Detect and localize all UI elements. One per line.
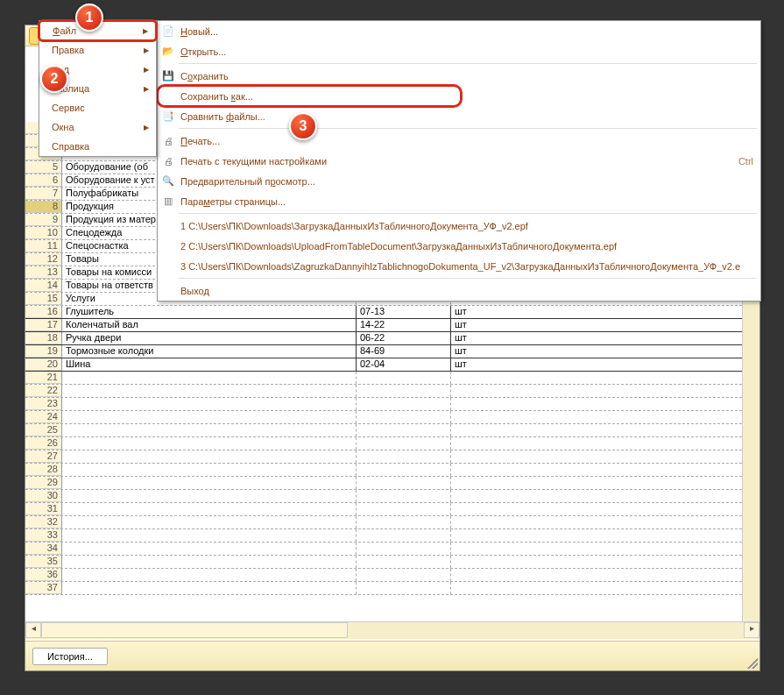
cell[interactable] <box>357 385 451 397</box>
cell[interactable] <box>451 503 742 515</box>
cell[interactable]: шт <box>451 345 742 358</box>
table-row[interactable]: 34 <box>25 543 742 556</box>
cell[interactable] <box>357 411 451 423</box>
table-row[interactable]: 29 <box>25 477 742 490</box>
row-header[interactable]: 8 <box>25 201 62 213</box>
cell[interactable] <box>451 477 742 489</box>
cell[interactable]: 14-22 <box>357 319 451 331</box>
table-row[interactable]: 24 <box>25 411 742 424</box>
table-row[interactable]: 36 <box>25 569 742 582</box>
cell[interactable] <box>451 556 742 568</box>
cell[interactable] <box>357 464 451 476</box>
row-header[interactable]: 17 <box>25 319 62 331</box>
row-header[interactable]: 28 <box>25 464 62 476</box>
table-row[interactable]: 33 <box>25 529 742 543</box>
submenu-recent-3[interactable]: 3 C:\Users\ПК\Downloads\ZagruzkaDannyihI… <box>158 256 760 276</box>
cell[interactable] <box>451 398 742 410</box>
cell[interactable] <box>451 516 742 528</box>
submenu-save[interactable]: 💾Сохранить <box>158 66 760 86</box>
row-header[interactable]: 20 <box>25 358 62 371</box>
scroll-left-button[interactable]: ◂ <box>25 622 41 638</box>
cell[interactable]: 06-22 <box>357 332 451 344</box>
cell[interactable] <box>451 450 742 463</box>
row-header[interactable]: 29 <box>25 477 62 489</box>
submenu-print[interactable]: 🖨Печать... <box>158 131 760 151</box>
table-row[interactable]: 17Коленчатый вал14-22шт <box>25 319 742 332</box>
cell[interactable] <box>451 372 742 384</box>
table-row[interactable]: 30 <box>25 490 742 503</box>
scroll-thumb[interactable] <box>41 622 348 638</box>
table-row[interactable]: 21 <box>25 372 742 385</box>
cell[interactable] <box>357 543 451 555</box>
cell[interactable] <box>451 569 742 581</box>
row-header[interactable]: 16 <box>25 306 62 318</box>
cell[interactable]: Шина <box>62 358 357 371</box>
row-header[interactable]: 27 <box>25 450 62 463</box>
cell[interactable] <box>62 516 357 528</box>
cell[interactable]: шт <box>451 306 742 318</box>
cell[interactable] <box>62 464 357 476</box>
cell[interactable] <box>62 424 357 436</box>
cell[interactable] <box>451 411 742 423</box>
submenu-page-setup[interactable]: ▥Параметры страницы... <box>158 191 760 211</box>
cell[interactable] <box>62 398 357 410</box>
row-header[interactable]: 13 <box>25 266 62 279</box>
table-row[interactable]: 26 <box>25 437 742 450</box>
submenu-preview[interactable]: 🔍Предварительный просмотр... <box>158 171 760 191</box>
table-row[interactable]: 19Тормозные колодки84-69шт <box>25 345 742 358</box>
row-header[interactable]: 34 <box>25 543 62 555</box>
row-header[interactable]: 7 <box>25 188 62 200</box>
table-row[interactable]: 20Шина02-04шт <box>25 358 742 372</box>
cell[interactable]: шт <box>451 358 742 371</box>
cell[interactable]: Коленчатый вал <box>62 319 357 331</box>
cell[interactable] <box>62 529 357 542</box>
table-row[interactable]: 18Ручка двери06-22шт <box>25 332 742 345</box>
cell[interactable] <box>451 529 742 542</box>
cell[interactable] <box>62 582 357 594</box>
row-header[interactable]: 18 <box>25 332 62 344</box>
row-header[interactable]: 36 <box>25 569 62 581</box>
cell[interactable] <box>357 569 451 581</box>
cell[interactable] <box>62 569 357 581</box>
row-header[interactable]: 31 <box>25 503 62 515</box>
cell[interactable] <box>62 543 357 555</box>
row-header[interactable]: 32 <box>25 516 62 528</box>
cell[interactable]: 02-04 <box>357 358 451 371</box>
table-row[interactable]: 22 <box>25 385 742 398</box>
cell[interactable] <box>357 398 451 410</box>
cell[interactable] <box>62 503 357 515</box>
cell[interactable] <box>62 372 357 384</box>
row-header[interactable]: 6 <box>25 174 62 187</box>
table-row[interactable]: 31 <box>25 503 742 516</box>
submenu-print-current[interactable]: 🖨Печать с текущими настройкамиCtrl <box>158 151 760 171</box>
cell[interactable] <box>62 477 357 489</box>
cell[interactable] <box>357 477 451 489</box>
cell[interactable] <box>357 529 451 542</box>
row-header[interactable]: 25 <box>25 424 62 436</box>
row-header[interactable]: 24 <box>25 411 62 423</box>
cell[interactable] <box>357 450 451 463</box>
cell[interactable] <box>451 543 742 555</box>
horizontal-scrollbar[interactable]: ◂ ▸ <box>25 621 759 639</box>
table-row[interactable]: 23 <box>25 398 742 411</box>
cell[interactable]: Ручка двери <box>62 332 357 344</box>
cell[interactable] <box>451 437 742 450</box>
submenu-compare[interactable]: 📑Сравнить файлы... <box>158 106 760 126</box>
submenu-recent-2[interactable]: 2 C:\Users\ПК\Downloads\UploadFromTableD… <box>158 236 760 256</box>
row-header[interactable]: 10 <box>25 227 62 239</box>
table-row[interactable]: 27 <box>25 450 742 464</box>
cell[interactable] <box>62 556 357 568</box>
cell[interactable] <box>62 385 357 397</box>
resize-handle[interactable] <box>747 658 758 669</box>
cell[interactable] <box>451 424 742 436</box>
submenu-new[interactable]: 📄Новый... <box>158 21 760 41</box>
table-row[interactable]: 37 <box>25 582 742 595</box>
cell[interactable] <box>357 516 451 528</box>
menu-edit[interactable]: Правка▶ <box>39 40 156 60</box>
submenu-exit[interactable]: Выход <box>158 280 760 301</box>
cell[interactable] <box>451 490 742 502</box>
cell[interactable]: шт <box>451 319 742 331</box>
row-header[interactable]: 19 <box>25 345 62 358</box>
table-row[interactable]: 32 <box>25 516 742 529</box>
row-header[interactable]: 9 <box>25 214 62 226</box>
